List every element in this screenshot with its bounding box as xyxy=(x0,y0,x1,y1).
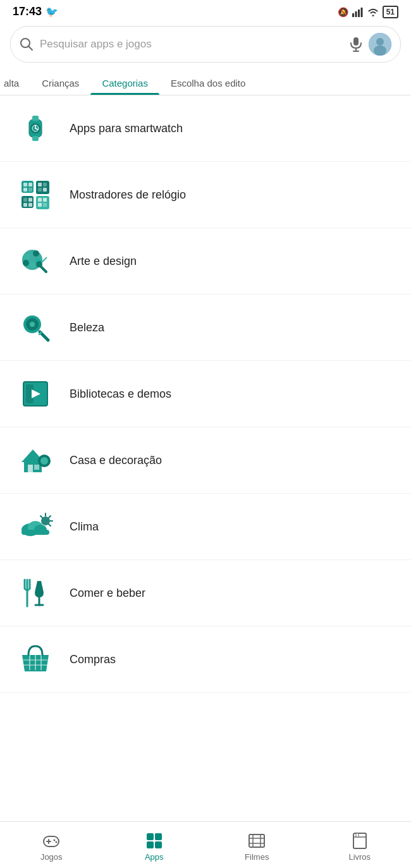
svg-rect-13 xyxy=(32,116,39,121)
wifi-icon xyxy=(367,8,379,16)
svg-rect-60 xyxy=(34,465,39,470)
svg-rect-28 xyxy=(43,188,47,192)
signal-icon xyxy=(352,7,364,17)
svg-rect-35 xyxy=(38,198,42,202)
search-bar[interactable]: Pesquisar apps e jogos xyxy=(10,26,401,63)
svg-rect-0 xyxy=(352,13,354,17)
svg-rect-6 xyxy=(353,37,359,46)
svg-point-10 xyxy=(376,38,384,46)
svg-rect-25 xyxy=(38,183,42,186)
svg-line-47 xyxy=(42,257,47,262)
svg-rect-36 xyxy=(43,198,47,202)
svg-line-72 xyxy=(40,516,42,518)
search-placeholder[interactable]: Pesquisar apps e jogos xyxy=(40,38,343,51)
svg-rect-92 xyxy=(249,834,264,847)
list-item[interactable]: Compras xyxy=(0,627,411,693)
svg-rect-66 xyxy=(21,530,49,535)
category-label: Arte e design xyxy=(70,255,137,268)
list-item[interactable]: Apps para smartwatch xyxy=(0,95,411,162)
category-label: Clima xyxy=(70,520,99,534)
svg-rect-3 xyxy=(360,8,362,17)
status-time-area: 17:43 🐦 xyxy=(13,5,58,18)
svg-line-69 xyxy=(49,516,51,518)
svg-rect-23 xyxy=(28,188,32,192)
list-item[interactable]: Beleza xyxy=(0,295,411,361)
nav-label-livros: Livros xyxy=(348,852,371,862)
battery-indicator: 51 xyxy=(383,6,398,18)
weather-icon xyxy=(15,506,56,547)
list-item[interactable]: Mostradores de relógio xyxy=(0,162,411,228)
category-label: Mostradores de relógio xyxy=(70,188,186,202)
status-bar: 17:43 🐦 🔕 51 xyxy=(0,0,411,21)
svg-rect-31 xyxy=(28,198,32,202)
tab-alta[interactable]: alta xyxy=(0,71,30,95)
watch-face-icon xyxy=(15,174,56,215)
apps-icon xyxy=(145,832,163,850)
svg-rect-2 xyxy=(358,9,360,17)
nav-item-jogos[interactable]: Jogos xyxy=(0,828,103,862)
category-label: Apps para smartwatch xyxy=(70,122,183,135)
tab-escolha[interactable]: Escolha dos edito xyxy=(159,71,257,95)
bottom-nav: Jogos Apps Filmes xyxy=(0,821,411,868)
nav-item-filmes[interactable]: Filmes xyxy=(206,828,309,862)
svg-point-44 xyxy=(23,260,29,266)
twitter-icon: 🐦 xyxy=(46,6,58,18)
svg-rect-20 xyxy=(23,183,27,186)
svg-point-11 xyxy=(374,46,386,56)
svg-rect-14 xyxy=(32,136,39,141)
home-icon xyxy=(15,440,56,480)
category-label: Bibliotecas e demos xyxy=(70,388,171,401)
smartwatch-icon xyxy=(15,108,56,149)
svg-rect-22 xyxy=(23,188,27,192)
tabs-bar: alta Crianças Categorias Escolha dos edi… xyxy=(0,71,411,95)
svg-rect-89 xyxy=(155,833,162,840)
svg-point-62 xyxy=(40,457,48,465)
movies-icon xyxy=(248,832,266,850)
games-icon xyxy=(42,832,60,850)
nav-item-apps[interactable]: Apps xyxy=(103,828,206,862)
svg-rect-91 xyxy=(155,841,162,848)
svg-point-40 xyxy=(24,254,30,260)
svg-rect-1 xyxy=(355,11,357,17)
tab-criancas[interactable]: Crianças xyxy=(30,71,90,95)
svg-rect-24 xyxy=(36,181,49,194)
mute-icon: 🔕 xyxy=(338,7,348,17)
nav-item-livros[interactable]: Livros xyxy=(309,828,412,862)
list-item[interactable]: Bibliotecas e demos xyxy=(0,361,411,427)
tab-categorias[interactable]: Categorias xyxy=(90,71,159,95)
list-item[interactable]: Casa e decoração xyxy=(0,427,411,494)
search-icon xyxy=(20,37,34,51)
svg-point-86 xyxy=(54,840,56,841)
status-icons: 🔕 51 xyxy=(338,6,398,18)
art-icon xyxy=(15,241,56,281)
svg-rect-21 xyxy=(28,183,32,186)
list-item[interactable]: Comer e beber xyxy=(0,560,411,627)
svg-point-50 xyxy=(30,322,35,327)
svg-rect-26 xyxy=(43,183,47,186)
svg-rect-30 xyxy=(23,198,27,202)
category-label: Casa e decoração xyxy=(70,454,162,467)
svg-rect-90 xyxy=(147,841,154,848)
svg-rect-59 xyxy=(28,465,33,472)
svg-rect-88 xyxy=(147,833,154,840)
category-label: Comer e beber xyxy=(70,587,145,600)
svg-rect-38 xyxy=(43,203,47,207)
list-item[interactable]: Clima xyxy=(0,494,411,560)
svg-line-5 xyxy=(29,47,33,51)
nav-label-jogos: Jogos xyxy=(40,852,63,862)
books-icon xyxy=(351,832,369,850)
svg-point-41 xyxy=(33,250,39,257)
avatar[interactable] xyxy=(369,33,391,56)
svg-rect-97 xyxy=(353,833,366,848)
nav-label-apps: Apps xyxy=(145,852,164,862)
svg-point-43 xyxy=(29,262,35,268)
shopping-icon xyxy=(15,639,56,680)
category-label: Beleza xyxy=(70,321,104,334)
libraries-icon xyxy=(15,374,56,414)
microphone-icon[interactable] xyxy=(350,37,362,52)
svg-rect-33 xyxy=(28,203,32,207)
svg-line-71 xyxy=(49,524,51,526)
nav-label-filmes: Filmes xyxy=(245,852,269,862)
svg-rect-27 xyxy=(38,188,42,192)
list-item[interactable]: Arte e design xyxy=(0,228,411,295)
